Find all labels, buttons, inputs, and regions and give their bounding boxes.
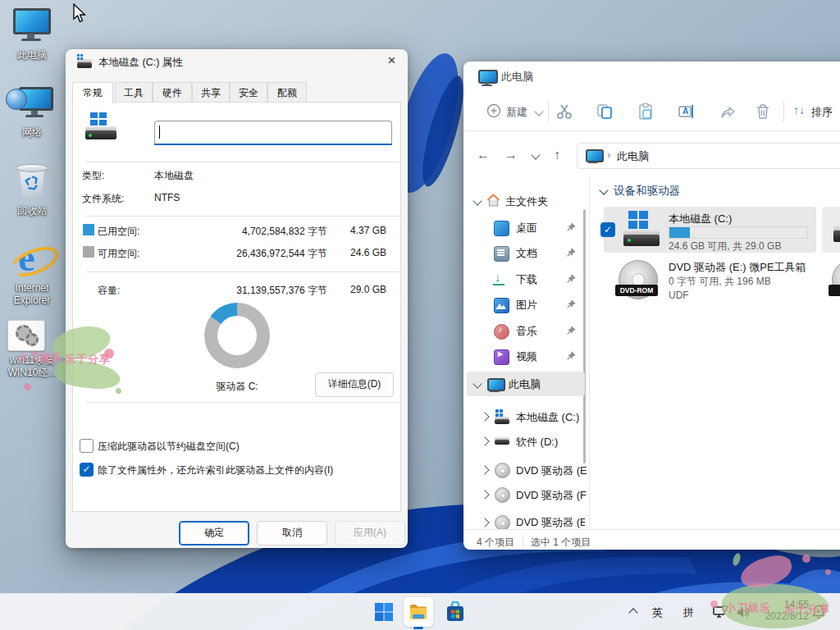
new-button-label: 新建 — [506, 105, 527, 120]
sidebar-item-documents[interactable]: 文档 — [467, 240, 585, 265]
sidebar-item-desktop[interactable]: 桌面 — [467, 215, 585, 240]
sidebar-item-drive-c[interactable]: 本地磁盘 (C:) — [467, 404, 585, 429]
desktop-icon-label: 回收站 — [1, 205, 63, 217]
tab-quota[interactable]: 配额 — [267, 82, 307, 103]
start-button[interactable] — [369, 597, 399, 627]
index-checkbox checked[interactable]: ✓ — [80, 463, 94, 477]
nav-recent-chevron-icon[interactable] — [531, 150, 540, 159]
volume-tray-icon[interactable] — [735, 605, 751, 620]
play-icon: ▶ — [498, 350, 503, 358]
sidebar-item-label: 此电脑 — [509, 377, 541, 392]
sidebar-item-label: 软件 (D:) — [516, 435, 558, 450]
desktop-icon-this-pc[interactable]: 此电脑 — [1, 7, 63, 62]
sidebar-item-label: 音乐 — [516, 324, 537, 339]
delete-icon[interactable] — [754, 103, 772, 121]
recycle-arrows-icon — [23, 174, 41, 192]
rename-icon[interactable]: A — [678, 103, 696, 121]
tab-hardware[interactable]: 硬件 — [153, 82, 192, 103]
nav-back-icon[interactable]: ← — [477, 148, 490, 162]
type-label: 类型: — [82, 169, 104, 183]
sidebar-item-downloads[interactable]: ↓ 下载 — [467, 267, 585, 291]
breadcrumb-bar[interactable]: › 此电脑 — [577, 143, 840, 169]
ok-button[interactable]: 确定 — [179, 521, 249, 546]
section-header-label: 设备和驱动器 — [614, 184, 680, 199]
ime-pinyin-indicator[interactable]: 拼 — [683, 605, 694, 620]
dialog-titlebar-drive-icon — [77, 57, 92, 68]
taskbar-clock[interactable]: 14:55 2022/8/12 — [755, 599, 809, 625]
sidebar-item-label: 本地磁盘 (C:) — [516, 410, 579, 425]
network-tray-icon[interactable] — [712, 605, 728, 620]
file-explorer-icon — [409, 602, 428, 622]
pin-icon[interactable] — [565, 221, 577, 233]
desktop-icon-internet-explorer[interactable]: e Internet Explorer — [1, 236, 63, 307]
sidebar-item-dvd-partial[interactable]: DVD 驱动器 (E:) — [467, 513, 585, 529]
check-icon: ✓ — [82, 463, 90, 475]
desktop-icon-label: win11恢复 — [1, 354, 63, 367]
drive-item-c[interactable]: ✓ 本地磁盘 (C:) 24.6 GB 可用, 共 29.0 GB — [604, 207, 816, 253]
clock-date: 2022/8/12 — [755, 610, 809, 622]
sidebar-item-home[interactable]: 主文件夹 — [467, 189, 585, 213]
capacity-bytes: 31,139,557,376 字节 — [188, 284, 327, 298]
status-selected-count: 选中 1 个项目 — [531, 536, 591, 550]
drive-item-partial[interactable] — [822, 207, 840, 253]
drive-item-partial-dvd[interactable] — [822, 258, 840, 308]
cut-icon[interactable] — [555, 103, 573, 121]
paste-icon[interactable] — [637, 103, 655, 121]
pin-icon[interactable] — [565, 273, 577, 285]
plus-circle-icon — [486, 103, 501, 118]
used-space-gb: 4.37 GB — [337, 225, 386, 236]
volume-label-input[interactable] — [154, 121, 392, 145]
details-button-label: 详细信息(D) — [328, 378, 381, 390]
pin-icon[interactable] — [565, 299, 577, 310]
drive-item-dvd-e[interactable]: DVD-ROM DVD 驱动器 (E:) 微PE工具箱 0 字节 可用, 共 1… — [604, 258, 816, 308]
taskbar-store-button[interactable] — [441, 597, 470, 627]
section-devices-drives[interactable]: 设备和驱动器 — [599, 183, 840, 201]
cancel-button[interactable]: 取消 — [257, 521, 327, 546]
nav-forward-icon[interactable]: → — [504, 148, 518, 162]
sidebar-item-dvd-f[interactable]: DVD 驱动器 (F — [467, 482, 585, 507]
close-button[interactable]: × — [376, 49, 408, 74]
pin-icon[interactable] — [565, 247, 577, 258]
desktop-icon-label-2: WIN10经... — [1, 367, 63, 379]
windows-logo-icon — [374, 602, 394, 622]
nav-up-icon[interactable]: ↑ — [554, 148, 560, 162]
sidebar-item-drive-d[interactable]: 软件 (D:) — [467, 429, 585, 454]
dialog-title: 本地磁盘 (C:) 属性 — [98, 56, 183, 70]
compress-checkbox unchecked[interactable] — [80, 439, 94, 453]
cancel-button-label: 取消 — [282, 527, 302, 538]
pin-icon[interactable] — [565, 325, 577, 336]
apply-button[interactable]: 应用(A) — [335, 521, 405, 546]
free-space-swatch — [83, 246, 94, 258]
sidebar-item-this-pc[interactable]: 此电脑 — [467, 372, 585, 396]
pin-icon[interactable] — [565, 350, 577, 362]
taskbar-explorer-button active[interactable] — [404, 597, 433, 627]
tab-security[interactable]: 安全 — [230, 82, 267, 103]
close-icon: × — [388, 52, 396, 68]
free-space-label: 可用空间: — [98, 247, 139, 261]
desktop-icon-network[interactable]: 网络 — [1, 84, 63, 139]
sidebar-item-label: 下载 — [516, 272, 537, 287]
sidebar-item-videos[interactable]: ▶ 视频 — [467, 344, 585, 368]
sidebar-item-music[interactable]: ♪ 音乐 — [467, 318, 585, 343]
sidebar-item-dvd-e[interactable]: DVD 驱动器 (E — [467, 458, 585, 482]
tab-general[interactable]: 常规 — [72, 82, 113, 104]
sort-button[interactable]: ↑↓ 排序 — [792, 100, 840, 123]
notification-bell-icon[interactable]: z — [810, 604, 829, 622]
ime-lang-indicator[interactable]: 英 — [652, 605, 663, 620]
item-checkbox checked[interactable]: ✓ — [600, 222, 615, 237]
sidebar-item-pictures[interactable]: 图片 — [467, 292, 585, 317]
tab-tools[interactable]: 工具 — [115, 82, 153, 103]
breadcrumb-item[interactable]: 此电脑 — [617, 149, 649, 164]
filesystem-label: 文件系统: — [82, 192, 124, 206]
desktop-icon-recycle-bin[interactable]: 回收站 — [1, 162, 63, 217]
tray-hidden-icons-chevron-icon[interactable] — [628, 607, 638, 617]
check-icon: ✓ — [604, 224, 612, 235]
desktop-icon-label: 此电脑 — [1, 49, 63, 62]
tab-sharing[interactable]: 共享 — [192, 82, 230, 103]
details-button[interactable]: 详细信息(D) — [315, 372, 394, 397]
music-note-icon: ♪ — [498, 324, 503, 334]
desktop-icon-win11-restore[interactable]: win11恢复 WIN10经... — [1, 318, 63, 379]
drive-caption: 驱动器 C: — [204, 380, 270, 394]
share-icon[interactable] — [719, 103, 737, 121]
copy-icon[interactable] — [596, 103, 614, 121]
